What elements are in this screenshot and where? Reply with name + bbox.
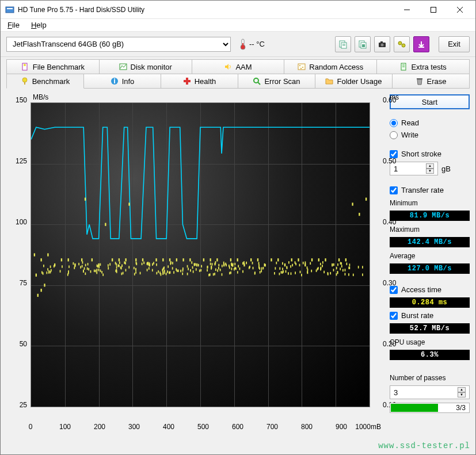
tab-aam[interactable]: AAM: [192, 59, 285, 74]
svg-rect-320: [68, 266, 70, 268]
svg-rect-218: [279, 267, 280, 270]
svg-rect-247: [82, 261, 83, 263]
svg-rect-130: [301, 274, 302, 276]
svg-rect-344: [201, 265, 202, 267]
svg-rect-243: [287, 266, 288, 269]
svg-rect-87: [338, 258, 340, 261]
toolbar-copytext-button[interactable]: [335, 36, 351, 52]
app-icon: [5, 5, 14, 14]
svg-rect-300: [231, 264, 233, 266]
svg-rect-236: [198, 264, 199, 266]
svg-rect-276: [310, 262, 311, 265]
svg-rect-316: [362, 266, 363, 268]
svg-rect-224: [253, 267, 254, 269]
menubar: File Help: [1, 19, 475, 32]
svg-rect-315: [182, 273, 183, 275]
svg-rect-355: [50, 266, 51, 268]
svg-rect-204: [336, 273, 337, 276]
tab-file-benchmark[interactable]: File Benchmark: [6, 59, 100, 74]
tabs: File Benchmark Disk monitor AAM Random A…: [1, 57, 475, 89]
svg-rect-238: [328, 273, 329, 275]
svg-rect-48: [81, 258, 82, 261]
svg-rect-66: [196, 263, 197, 266]
svg-rect-203: [260, 271, 261, 273]
minimize-button[interactable]: [394, 1, 420, 19]
svg-rect-337: [102, 273, 104, 276]
svg-rect-191: [190, 269, 191, 272]
svg-rect-80: [291, 258, 292, 261]
svg-rect-309: [108, 267, 109, 269]
svg-rect-136: [100, 270, 101, 272]
svg-rect-57: [135, 258, 136, 261]
menu-file[interactable]: File: [4, 20, 23, 30]
svg-rect-159: [223, 262, 224, 264]
svg-rect-345: [220, 269, 221, 271]
svg-rect-186: [218, 267, 219, 269]
tab-folder-usage[interactable]: Folder Usage: [315, 74, 393, 89]
svg-rect-339: [136, 262, 137, 264]
svg-rect-67: [203, 258, 204, 261]
svg-rect-270: [303, 262, 304, 264]
maximize-button[interactable]: [420, 1, 447, 19]
svg-rect-73: [243, 263, 245, 266]
svg-rect-257: [341, 262, 342, 265]
svg-point-19: [398, 41, 402, 45]
svg-rect-297: [222, 265, 223, 267]
svg-rect-285: [235, 267, 237, 270]
tab-error-scan[interactable]: Error Scan: [238, 74, 315, 89]
svg-rect-283: [337, 272, 338, 274]
tab-erase[interactable]: Erase: [392, 74, 470, 89]
svg-rect-312: [295, 261, 296, 263]
svg-rect-162: [217, 269, 218, 272]
svg-rect-63: [176, 258, 177, 261]
svg-rect-222: [282, 271, 283, 273]
tab-health[interactable]: Health: [161, 74, 238, 89]
svg-rect-97: [323, 271, 325, 273]
tab-disk-monitor[interactable]: Disk monitor: [99, 59, 192, 74]
svg-rect-330: [229, 272, 230, 274]
svg-rect-242: [282, 267, 283, 270]
svg-rect-170: [187, 273, 188, 275]
svg-rect-146: [43, 272, 44, 274]
tab-info[interactable]: iInfo: [83, 74, 161, 89]
exit-button[interactable]: Exit: [439, 36, 470, 52]
toolbar-copyimage-button[interactable]: [355, 36, 371, 52]
svg-rect-349: [164, 270, 165, 272]
svg-rect-88: [345, 258, 346, 261]
svg-rect-311: [140, 272, 141, 274]
svg-rect-231: [124, 261, 125, 263]
device-select[interactable]: JetFlashTranscend 64GB (60 gB): [6, 37, 231, 52]
read-label: Read: [401, 118, 419, 127]
tab-random-access[interactable]: Random Access: [284, 59, 377, 74]
access-scatter: [31, 103, 370, 407]
svg-rect-343: [340, 262, 341, 264]
svg-rect-313: [135, 268, 136, 270]
svg-rect-182: [207, 266, 208, 268]
y1-axis-label: MB/s: [33, 93, 48, 101]
tab-benchmark[interactable]: Benchmark: [6, 74, 84, 89]
svg-rect-335: [336, 267, 337, 269]
svg-rect-196: [167, 265, 169, 267]
toolbar-save-button[interactable]: [413, 36, 429, 52]
svg-rect-323: [156, 272, 157, 274]
svg-rect-183: [191, 261, 192, 263]
svg-rect-237: [242, 262, 243, 265]
menu-help[interactable]: Help: [28, 20, 50, 30]
x-axis: 0 100 200 300 400 500 600 700 800 900 10…: [31, 422, 376, 431]
svg-rect-166: [134, 273, 135, 275]
svg-rect-58: [142, 258, 143, 261]
svg-rect-173: [123, 272, 124, 274]
titlebar: HD Tune Pro 5.75 - Hard Disk/SSD Utility: [1, 1, 475, 19]
svg-rect-232: [345, 273, 346, 275]
toolbar-settings-button[interactable]: [394, 36, 410, 52]
svg-rect-91: [365, 198, 367, 201]
close-button[interactable]: [447, 1, 473, 19]
tab-extra-tests[interactable]: Extra tests: [376, 59, 470, 74]
toolbar-screenshot-button[interactable]: [374, 36, 390, 52]
svg-rect-53: [112, 258, 113, 261]
svg-rect-321: [199, 269, 200, 272]
svg-rect-135: [342, 269, 344, 272]
svg-rect-304: [148, 267, 150, 269]
svg-rect-158: [73, 262, 74, 265]
svg-rect-303: [229, 265, 230, 267]
